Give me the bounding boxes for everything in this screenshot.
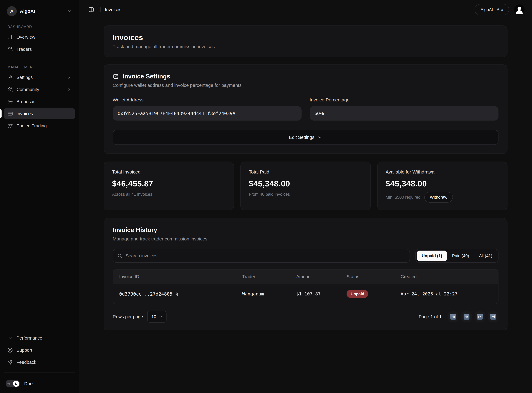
col-created: Created [401, 274, 492, 279]
sidebar-item-label: Invoices [16, 111, 33, 116]
tab-all[interactable]: All (41) [474, 251, 497, 261]
invoice-percentage-field[interactable]: 50% [310, 106, 498, 121]
stat-label: Total Paid [249, 169, 362, 175]
sidebar-item-label: Broadcast [16, 99, 37, 104]
plan-button[interactable]: AlgoAI - Pro [474, 4, 509, 15]
page-title: Invoices [113, 33, 498, 42]
sidebar-item-label: Support [16, 348, 32, 353]
col-amount: Amount [296, 274, 346, 279]
brand-avatar: A [7, 6, 17, 16]
first-page-button[interactable] [448, 311, 458, 322]
settings-title: Invoice Settings [123, 73, 170, 80]
percentage-field-group: Invoice Percentage 50% [310, 97, 498, 121]
users-icon [7, 47, 13, 52]
sidebar-toggle-icon[interactable] [86, 5, 96, 14]
last-page-button[interactable] [488, 311, 498, 322]
tab-unpaid[interactable]: Unpaid (1) [417, 251, 447, 261]
stat-value: $46,455.87 [112, 179, 225, 188]
broadcast-icon [7, 99, 13, 104]
gear-icon [7, 75, 13, 80]
chevron-down-icon [67, 9, 72, 14]
withdraw-button[interactable]: Withdraw [424, 192, 453, 202]
waves-icon [7, 123, 13, 128]
main-area: Invoices AlgoAI - Pro Invoices Track and… [79, 0, 532, 393]
trader-name: Wanganam [242, 291, 296, 297]
sidebar-item-label: Performance [16, 335, 42, 341]
stat-value: $45,348.00 [386, 179, 499, 188]
sidebar-item-label: Traders [16, 47, 32, 52]
stat-label: Available for Withdrawal [386, 169, 499, 175]
theme-label: Dark [24, 381, 34, 386]
invoice-amount: $1,107.87 [296, 291, 346, 297]
next-page-button[interactable] [474, 311, 485, 322]
tab-paid[interactable]: Paid (40) [447, 251, 474, 261]
sidebar-item-invoices[interactable]: Invoices [4, 108, 75, 119]
pagination-controls [448, 311, 498, 322]
sidebar-item-performance[interactable]: Performance [4, 332, 75, 344]
wallet-icon [113, 73, 119, 79]
sidebar-item-label: Settings [16, 75, 33, 80]
status-badge: Unpaid [346, 290, 368, 298]
table-footer: Rows per page 10 Page 1 of 1 [113, 311, 498, 323]
bar-chart-icon [7, 34, 13, 40]
credit-card-icon [7, 111, 13, 116]
table-header: Invoice ID Trader Amount Status Created [113, 270, 498, 284]
rows-per-page-select[interactable]: 10 [147, 311, 167, 323]
invoice-settings-card: Invoice Settings Configure wallet addres… [104, 64, 508, 154]
stat-available-withdrawal: Available for Withdrawal $45,348.00 Min.… [377, 162, 508, 210]
stats-row: Total Invoiced $46,455.87 Across all 41 … [104, 162, 508, 210]
col-invoice-id: Invoice ID [119, 274, 242, 279]
sidebar-item-settings[interactable]: Settings [4, 72, 75, 83]
life-buoy-icon [7, 348, 13, 353]
history-title: Invoice History [113, 226, 498, 233]
sidebar-item-pooled-trading[interactable]: Pooled Trading [4, 120, 75, 131]
status-filter-tabs: Unpaid (1) Paid (40) All (41) [415, 249, 498, 263]
users-icon [7, 87, 13, 92]
col-trader: Trader [242, 274, 296, 279]
active-indicator [0, 109, 2, 118]
edit-settings-button[interactable]: Edit Settings [113, 130, 498, 145]
page-subtitle: Track and manage all trader commission i… [113, 44, 498, 49]
sidebar-item-feedback[interactable]: Feedback [4, 357, 75, 368]
send-icon [7, 360, 13, 365]
sidebar-item-overview[interactable]: Overview [4, 32, 75, 43]
stat-subtext: Min. $500 required [386, 195, 421, 200]
team-switcher[interactable]: A AlgoAI [4, 3, 75, 19]
toggle-knob [13, 381, 19, 387]
invoice-id: 0d3790ce...27d24805 [119, 291, 173, 297]
sidebar-footer: Performance Support Feedback [4, 332, 75, 393]
search-input[interactable] [126, 253, 405, 259]
col-status: Status [346, 274, 401, 279]
sidebar-item-broadcast[interactable]: Broadcast [4, 96, 75, 107]
theme-row: Dark [4, 376, 75, 390]
sidebar-item-label: Pooled Trading [16, 123, 47, 128]
wallet-address-field[interactable]: 0xfd525Eaa5B19C7F4E4F439244dc411f3ef2403… [113, 106, 302, 121]
rows-per-page-value: 10 [151, 314, 156, 319]
copy-icon[interactable] [176, 292, 181, 296]
breadcrumb: Invoices [105, 7, 121, 12]
page-content: Invoices Track and manage all trader com… [79, 19, 532, 393]
divider [100, 7, 101, 12]
stat-subtext: Across all 41 invoices [112, 192, 152, 197]
dark-mode-toggle[interactable] [6, 380, 20, 387]
sidebar-item-community[interactable]: Community [4, 84, 75, 95]
previous-page-button[interactable] [461, 311, 472, 322]
sun-icon [7, 382, 10, 385]
sidebar-section-dashboard: DASHBOARD [4, 25, 75, 29]
chevron-right-icon [67, 75, 71, 79]
stat-value: $45,348.00 [249, 179, 362, 188]
stat-label: Total Invoiced [112, 169, 225, 175]
invoices-table: Invoice ID Trader Amount Status Created … [113, 269, 498, 304]
rows-per-page-label: Rows per page [113, 314, 143, 319]
user-avatar[interactable] [514, 4, 525, 15]
sidebar-item-label: Overview [16, 35, 35, 40]
sidebar: A AlgoAI DASHBOARD Overview Traders MANA… [0, 0, 79, 393]
created-date: Apr 24, 2025 at 22:27 [401, 291, 492, 297]
page-info: Page 1 of 1 [419, 314, 442, 319]
sidebar-item-traders[interactable]: Traders [4, 44, 75, 55]
chevron-down-icon [317, 135, 322, 140]
sidebar-item-label: Feedback [16, 360, 36, 365]
wallet-address-label: Wallet Address [113, 97, 302, 103]
sidebar-item-support[interactable]: Support [4, 344, 75, 356]
stat-total-paid: Total Paid $45,348.00 From 40 paid invoi… [240, 162, 371, 210]
